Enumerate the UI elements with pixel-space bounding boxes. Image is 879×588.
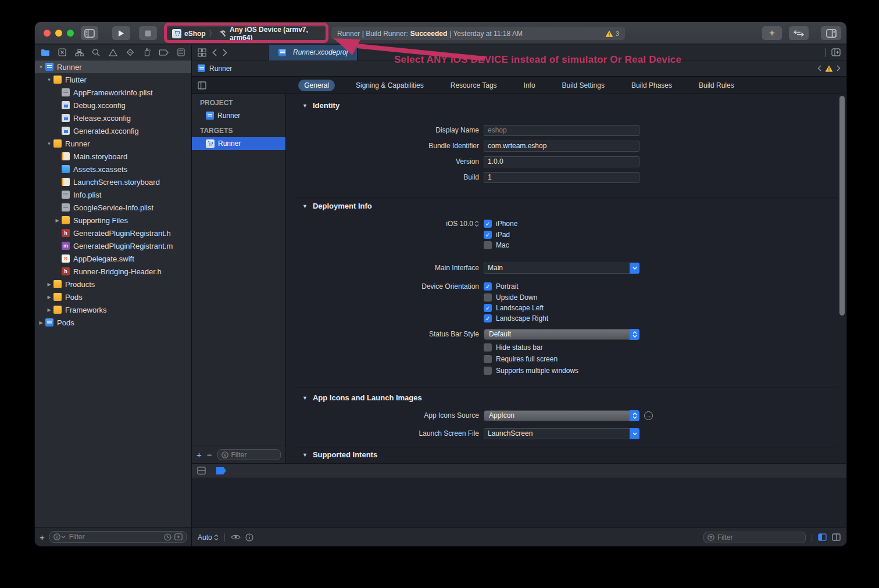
targets-filter-field[interactable]: Filter	[217, 449, 281, 460]
tree-row-file[interactable]: Info.plist	[35, 188, 191, 201]
device-mac-row[interactable]: Mac	[484, 241, 509, 249]
search-icon[interactable]	[90, 47, 102, 58]
tree-row-folder[interactable]: Supporting Files	[35, 214, 191, 227]
disclosure-icon[interactable]	[53, 218, 61, 223]
device-ipad-row[interactable]: iPad	[484, 231, 510, 239]
hide-status-bar-checkbox[interactable]	[484, 343, 492, 352]
minimize-window-button[interactable]	[55, 30, 62, 37]
disclosure-icon[interactable]	[45, 141, 53, 146]
editor-sidebar-toggle[interactable]	[198, 81, 206, 89]
test-navigator-icon[interactable]	[124, 47, 136, 58]
orientation-landscape-left-row[interactable]: Landscape Left	[484, 304, 544, 312]
requires-full-screen-checkbox[interactable]	[484, 355, 492, 363]
supported-intents-section-header[interactable]: ▼ Supported Intents	[302, 450, 377, 459]
tree-row-file[interactable]: LaunchScreen.storyboard	[35, 175, 191, 188]
supports-multiple-windows-checkbox[interactable]	[484, 367, 492, 375]
tab-resource-tags[interactable]: Resource Tags	[445, 80, 503, 91]
debug-filter-field[interactable]: Filter	[703, 532, 806, 543]
tree-row-file[interactable]: Main.storyboard	[35, 150, 191, 163]
main-interface-dropdown[interactable]: Main	[484, 263, 639, 274]
tree-row-runner-folder[interactable]: Runner	[35, 137, 191, 150]
tree-row-file[interactable]: Assets.xcassets	[35, 163, 191, 175]
quicklook-eye-icon[interactable]	[231, 534, 241, 540]
close-window-button[interactable]	[44, 30, 51, 37]
project-item-runner[interactable]: Runner	[192, 109, 285, 122]
launch-screen-file-dropdown[interactable]: LaunchScreen	[484, 428, 639, 439]
bundle-identifier-field[interactable]: com.wrteam.eshop	[484, 141, 639, 152]
tab-build-settings[interactable]: Build Settings	[556, 80, 610, 91]
tree-row-flutter[interactable]: Flutter	[35, 73, 191, 86]
breakpoint-navigator-icon[interactable]	[158, 47, 170, 58]
version-field[interactable]: 1.0.0	[484, 156, 639, 167]
info-icon[interactable]	[245, 533, 253, 542]
warning-badge[interactable]: 3	[605, 30, 619, 37]
stop-button[interactable]	[139, 26, 157, 40]
requires-full-screen-row[interactable]: Requires full screen	[484, 355, 558, 363]
tab-runner-xcodeproj[interactable]: Runner.xcodeproj	[268, 45, 358, 60]
tab-build-rules[interactable]: Build Rules	[693, 80, 740, 91]
run-button[interactable]	[112, 26, 130, 40]
build-field[interactable]: 1	[484, 172, 639, 183]
source-control-navigator-icon[interactable]	[56, 47, 68, 58]
identity-section-header[interactable]: ▼ Identity	[302, 101, 340, 110]
disclosure-icon[interactable]	[45, 282, 53, 287]
disclosure-icon[interactable]	[37, 320, 45, 325]
back-icon[interactable]	[212, 49, 217, 56]
warning-icon[interactable]	[825, 65, 833, 72]
tree-row-file[interactable]: AppDelegate.swift	[35, 252, 191, 265]
deployment-section-header[interactable]: ▼ Deployment Info	[302, 202, 372, 210]
tree-row-file[interactable]: Generated.xcconfig	[35, 124, 191, 137]
recents-clock-icon[interactable]	[164, 533, 171, 541]
orientation-landscape-right-row[interactable]: Landscape Right	[484, 314, 548, 322]
supports-multiple-windows-row[interactable]: Supports multiple windows	[484, 367, 578, 375]
variables-view-toggle-icon[interactable]	[818, 533, 827, 541]
next-issue-icon[interactable]	[837, 65, 841, 71]
portrait-checkbox[interactable]	[484, 282, 492, 291]
tree-row-file[interactable]: GeneratedPluginRegistrant.h	[35, 227, 191, 239]
project-navigator-icon[interactable]	[40, 47, 51, 58]
breakpoints-toggle-icon[interactable]	[216, 467, 226, 475]
device-iphone-row[interactable]: iPhone	[484, 220, 517, 228]
orientation-upside-down-row[interactable]: Upside Down	[484, 293, 537, 302]
disclosure-icon[interactable]	[37, 64, 45, 70]
iphone-checkbox[interactable]	[484, 220, 492, 228]
upside-down-checkbox[interactable]	[484, 293, 492, 302]
issue-navigator-icon[interactable]	[108, 47, 119, 58]
mac-checkbox[interactable]	[484, 241, 492, 249]
app-icons-source-dropdown[interactable]: AppIcon	[484, 410, 639, 421]
tab-info[interactable]: Info	[518, 80, 541, 91]
tree-row-runner-project[interactable]: Runner	[35, 60, 191, 73]
report-navigator-icon[interactable]	[175, 47, 187, 58]
auto-variables-dropdown[interactable]: Auto	[198, 533, 219, 542]
navigator-toggle-button[interactable]	[81, 26, 98, 40]
zoom-window-button[interactable]	[67, 30, 74, 37]
add-filter-icon[interactable]	[174, 533, 183, 540]
tree-row-file[interactable]: Release.xcconfig	[35, 112, 191, 124]
add-file-button[interactable]: +	[40, 532, 45, 542]
tree-row-file[interactable]: Debug.xcconfig	[35, 99, 191, 112]
previous-issue-icon[interactable]	[817, 65, 821, 71]
target-item-runner[interactable]: Runner	[192, 137, 285, 150]
tree-row-folder[interactable]: Frameworks	[35, 303, 191, 316]
symbol-navigator-icon[interactable]	[73, 47, 85, 58]
tree-row-pods-project[interactable]: Pods	[35, 316, 191, 329]
hide-status-bar-row[interactable]: Hide status bar	[484, 343, 543, 352]
tree-row-file[interactable]: GoogleService-Info.plist	[35, 201, 191, 214]
tree-row-file[interactable]: GeneratedPluginRegistrant.m	[35, 239, 191, 252]
tab-build-phases[interactable]: Build Phases	[626, 80, 678, 91]
forward-icon[interactable]	[223, 49, 227, 56]
add-editor-icon[interactable]	[831, 48, 841, 56]
tab-signing-capabilities[interactable]: Signing & Capabilities	[350, 80, 430, 91]
navigator-filter-field[interactable]: Filter	[49, 531, 187, 543]
add-target-button[interactable]: +	[196, 450, 202, 460]
disclosure-icon[interactable]	[45, 295, 53, 300]
disclosure-icon[interactable]	[45, 77, 53, 83]
display-name-field[interactable]: eshop	[484, 125, 639, 136]
tree-row-folder[interactable]: Pods	[35, 291, 191, 303]
stepper-icon[interactable]	[474, 220, 479, 227]
editor-scrollbar[interactable]	[839, 96, 845, 315]
code-review-button[interactable]	[789, 26, 809, 40]
status-bar-style-dropdown[interactable]: Default	[484, 329, 639, 340]
ipad-checkbox[interactable]	[484, 231, 492, 239]
tree-row-folder[interactable]: Products	[35, 278, 191, 291]
